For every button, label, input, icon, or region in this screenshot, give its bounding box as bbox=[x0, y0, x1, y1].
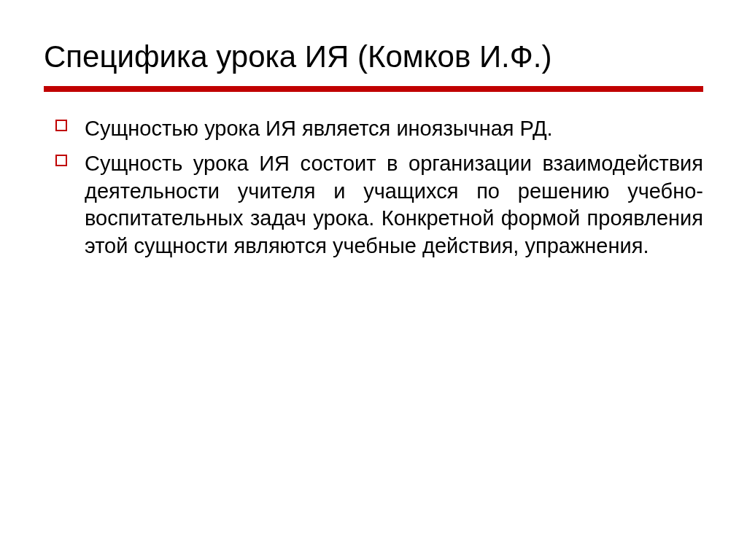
square-bullet-icon bbox=[55, 155, 67, 166]
title-underline bbox=[44, 86, 703, 92]
slide-content: Сущностью урока ИЯ является иноязычная Р… bbox=[44, 115, 703, 260]
bullet-item: Сущностью урока ИЯ является иноязычная Р… bbox=[85, 115, 703, 143]
bullet-item: Сущность урока ИЯ состоит в организации … bbox=[85, 150, 703, 260]
bullet-text: Сущностью урока ИЯ является иноязычная Р… bbox=[85, 117, 553, 140]
bullet-text: Сущность урока ИЯ состоит в организации … bbox=[85, 152, 703, 257]
slide: Специфика урока ИЯ (Комков И.Ф.) Сущност… bbox=[0, 0, 747, 560]
square-bullet-icon bbox=[55, 120, 67, 131]
slide-title: Специфика урока ИЯ (Комков И.Ф.) bbox=[44, 39, 703, 74]
